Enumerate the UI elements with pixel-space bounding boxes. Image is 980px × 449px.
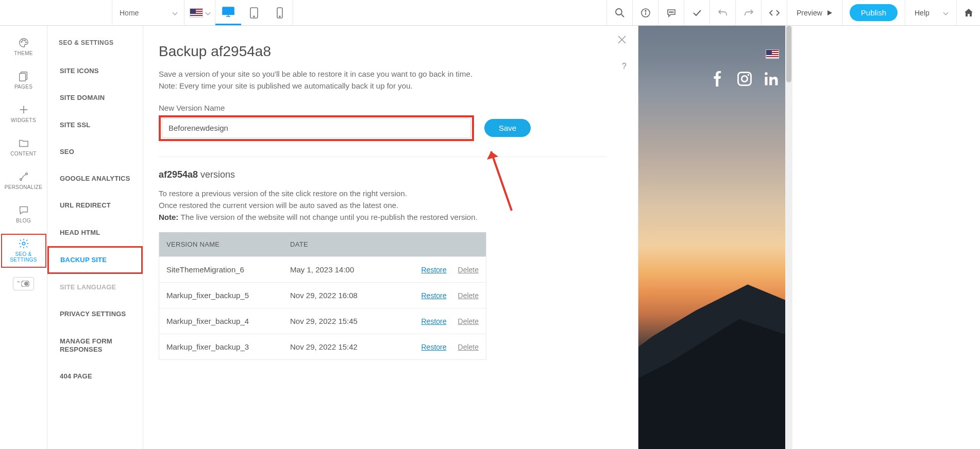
delete-link[interactable]: Delete xyxy=(458,317,479,325)
context-help-button[interactable]: ? xyxy=(622,62,627,71)
site-preview-pane xyxy=(638,26,792,449)
save-button[interactable]: Save xyxy=(484,119,531,137)
dev-mode-button[interactable] xyxy=(761,0,787,25)
version-name-row: Save xyxy=(159,115,622,141)
submenu-url-redirect[interactable]: URL REDIRECT xyxy=(47,192,143,219)
rail-content[interactable]: CONTENT xyxy=(1,133,46,162)
chat-icon xyxy=(18,204,29,216)
version-name-input[interactable] xyxy=(162,118,471,138)
restore-note: Note: The live version of the website wi… xyxy=(159,211,622,223)
personalize-icon xyxy=(18,171,29,182)
restore-link[interactable]: Restore xyxy=(421,291,447,300)
done-check-button[interactable] xyxy=(684,0,709,25)
restore-link[interactable]: Restore xyxy=(421,266,447,274)
facebook-icon[interactable] xyxy=(710,71,725,87)
submenu-privacy-settings[interactable]: PRIVACY SETTINGS xyxy=(47,301,143,327)
divider xyxy=(159,157,607,157)
submenu-site-icons[interactable]: SITE ICONS xyxy=(47,58,143,84)
svg-rect-36 xyxy=(738,73,751,85)
home-button[interactable] xyxy=(956,0,980,25)
instagram-icon[interactable] xyxy=(737,71,752,87)
rail-label: CONTENT xyxy=(10,151,36,157)
folder-icon xyxy=(18,137,29,149)
rail-personalize[interactable]: PERSONALIZE xyxy=(1,167,46,195)
rail-label: PERSONALIZE xyxy=(5,184,42,190)
table-row: SiteThemeMigration_6 May 1, 2023 14:00 R… xyxy=(159,256,486,282)
svg-point-15 xyxy=(672,11,673,12)
submenu-manage-form-responses[interactable]: MANAGE FORM RESPONSES xyxy=(47,328,143,364)
undo-button[interactable] xyxy=(709,0,735,25)
preview-flag-icon[interactable] xyxy=(766,49,779,59)
svg-point-7 xyxy=(279,16,280,17)
rail-pages[interactable]: PAGES xyxy=(1,66,46,95)
versions-id: af2954a8 xyxy=(159,169,198,180)
svg-point-19 xyxy=(24,40,25,41)
language-flag-dropdown[interactable] xyxy=(184,0,215,25)
table-row: Markup_fixer_backup_3 Nov 29, 2022 15:42… xyxy=(159,334,486,359)
delete-link[interactable]: Delete xyxy=(458,291,479,300)
submenu-title: SEO & SETTINGS xyxy=(47,26,143,58)
delete-link[interactable]: Delete xyxy=(458,343,479,351)
versions-title: af2954a8 versions xyxy=(159,169,622,180)
device-desktop-button[interactable] xyxy=(215,0,241,25)
svg-point-12 xyxy=(645,10,646,11)
delete-link[interactable]: Delete xyxy=(458,266,479,274)
close-panel-button[interactable] xyxy=(617,35,627,44)
restore-link[interactable]: Restore xyxy=(421,343,447,351)
device-switcher xyxy=(215,0,293,25)
restore-desc-2: Once restored the current version will b… xyxy=(159,199,622,211)
svg-point-29 xyxy=(24,282,28,286)
publish-button[interactable]: Publish xyxy=(850,4,898,21)
backup-description-1: Save a version of your site so you'll be… xyxy=(159,68,622,80)
svg-point-25 xyxy=(20,179,22,181)
help-dropdown[interactable]: Help xyxy=(905,0,956,25)
submenu-google-analytics[interactable]: GOOGLE ANALYTICS xyxy=(47,165,143,192)
page-title: Backup af2954a8 xyxy=(159,43,622,60)
restore-desc-1: To restore a previous version of the sit… xyxy=(159,187,622,199)
rail-seo-settings[interactable]: SEO & SETTINGS xyxy=(1,234,46,268)
submenu-site-language: SITE LANGUAGE xyxy=(47,274,143,301)
versions-table: VERSION NAME DATE SiteThemeMigration_6 M… xyxy=(159,232,486,360)
rail-theme[interactable]: THEME xyxy=(1,33,46,61)
info-button[interactable] xyxy=(632,0,658,25)
rail-label: THEME xyxy=(14,50,33,56)
redo-button[interactable] xyxy=(735,0,761,25)
svg-point-13 xyxy=(669,11,670,12)
top-toolbar: Home Preview xyxy=(0,0,980,26)
submenu-site-ssl[interactable]: SITE SSL xyxy=(47,112,143,139)
device-tablet-button[interactable] xyxy=(241,0,267,25)
device-mobile-button[interactable] xyxy=(267,0,293,25)
version-name: SiteThemeMigration_6 xyxy=(166,265,290,274)
toggle-icon xyxy=(21,281,29,287)
search-button[interactable] xyxy=(606,0,632,25)
rail-label: SEO & SETTINGS xyxy=(2,251,45,263)
comment-button[interactable] xyxy=(658,0,684,25)
restore-link[interactable]: Restore xyxy=(421,317,447,325)
page-select-dropdown[interactable]: Home xyxy=(112,0,184,25)
left-rail: THEME PAGES WIDGETS CONTENT PERSONALIZE … xyxy=(0,26,47,449)
svg-rect-1 xyxy=(223,13,234,14)
chevron-down-icon xyxy=(206,9,210,17)
submenu-backup-site[interactable]: BACKUP SITE xyxy=(47,246,143,274)
chevron-down-icon xyxy=(944,9,948,17)
submenu-head-html[interactable]: HEAD HTML xyxy=(47,219,143,246)
svg-point-40 xyxy=(765,72,768,75)
svg-point-38 xyxy=(748,74,750,76)
preview-scrollbar[interactable] xyxy=(785,26,792,449)
scrollbar-thumb[interactable] xyxy=(786,26,791,82)
linkedin-icon[interactable] xyxy=(764,71,779,87)
svg-rect-22 xyxy=(19,74,25,81)
submenu-site-domain[interactable]: SITE DOMAIN xyxy=(47,84,143,111)
toolbar-left-spacer xyxy=(0,0,112,25)
svg-point-8 xyxy=(616,9,622,15)
preview-button[interactable]: Preview xyxy=(787,0,842,25)
help-label: Help xyxy=(915,9,930,17)
col-head-actions xyxy=(414,240,479,248)
col-head-date: DATE xyxy=(290,240,414,248)
rail-blog[interactable]: BLOG xyxy=(1,200,46,229)
submenu-404-page[interactable]: 404 PAGE xyxy=(47,363,143,390)
gear-icon xyxy=(18,238,29,249)
rail-dev-toggle[interactable]: " xyxy=(13,277,34,290)
submenu-seo[interactable]: SEO xyxy=(47,139,143,165)
rail-widgets[interactable]: WIDGETS xyxy=(1,100,46,128)
